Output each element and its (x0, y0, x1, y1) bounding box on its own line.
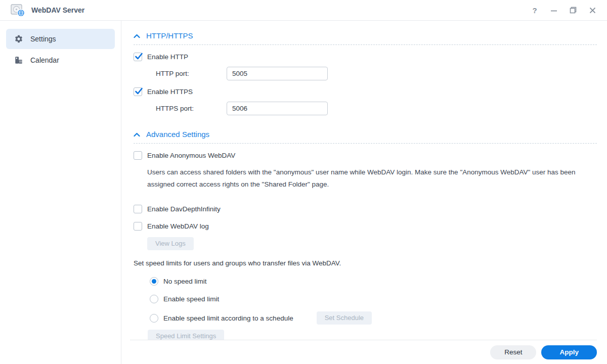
enable-https-row: Enable HTTPS (134, 86, 597, 97)
title-bar: WebDAV Server ? (0, 0, 607, 21)
enable-http-checkbox[interactable] (134, 53, 142, 61)
enable-davdepth-row: Enable DavDepthInfinity (134, 204, 597, 214)
sidebar-item-label: Calendar (30, 56, 59, 64)
no-speed-limit-radio[interactable] (150, 277, 158, 286)
speed-limit-schedule-label: Enable speed limit according to a schedu… (163, 314, 293, 322)
minimize-button[interactable] (549, 6, 558, 15)
http-port-row: HTTP port: (156, 67, 597, 80)
sidebar: Settings Calendar (0, 21, 121, 364)
speed-limit-settings-button[interactable]: Speed Limit Settings (148, 330, 224, 340)
enable-https-checkbox[interactable] (134, 87, 142, 96)
section-title: HTTP/HTTPS (146, 31, 193, 40)
close-icon (589, 7, 596, 14)
set-schedule-button[interactable]: Set Schedule (317, 311, 372, 325)
enable-anonymous-webdav-checkbox[interactable] (134, 151, 142, 160)
gear-icon (14, 34, 23, 43)
speed-limit-schedule-row: Enable speed limit according to a schedu… (150, 311, 597, 325)
https-port-input[interactable] (227, 102, 328, 115)
https-port-row: HTTPS port: (156, 102, 597, 115)
minimize-icon (550, 7, 557, 14)
chevron-up-icon (134, 130, 140, 139)
maximize-restore-button[interactable] (569, 6, 578, 15)
footer-bar: Reset Apply (130, 340, 597, 364)
window-controls: ? (530, 6, 597, 15)
https-port-label: HTTPS port: (156, 105, 227, 112)
enable-speed-limit-radio[interactable] (150, 295, 158, 303)
no-speed-limit-row: No speed limit (150, 276, 597, 286)
enable-anonymous-webdav-label: Enable Anonymous WebDAV (147, 152, 235, 159)
checkmark-icon (134, 86, 144, 96)
section-header-http-https[interactable]: HTTP/HTTPS (134, 30, 597, 41)
http-port-input[interactable] (227, 67, 328, 80)
enable-anonymous-row: Enable Anonymous WebDAV (134, 150, 597, 160)
webdav-server-window: WebDAV Server ? (0, 0, 607, 364)
enable-webdav-log-label: Enable WebDAV log (147, 222, 209, 230)
sidebar-item-settings[interactable]: Settings (6, 29, 115, 49)
enable-davdepthinfinity-checkbox[interactable] (134, 205, 142, 213)
no-speed-limit-label: No speed limit (163, 278, 207, 285)
section-title: Advanced Settings (146, 130, 209, 139)
enable-speed-limit-label: Enable speed limit (163, 295, 219, 303)
sidebar-item-calendar[interactable]: Calendar (6, 50, 115, 70)
enable-webdav-log-checkbox[interactable] (134, 222, 142, 231)
speed-limit-intro: Set speed limits for users and groups wh… (134, 259, 597, 267)
enable-davdepthinfinity-label: Enable DavDepthInfinity (147, 205, 221, 213)
calendar-icon (14, 56, 23, 65)
webdav-app-icon (10, 3, 25, 17)
checkmark-icon (134, 52, 144, 61)
section-divider (134, 44, 597, 45)
enable-speed-limit-row: Enable speed limit (150, 294, 597, 304)
enable-https-label: Enable HTTPS (147, 88, 193, 96)
section-divider (134, 143, 597, 144)
restore-icon (570, 7, 577, 14)
sidebar-item-label: Settings (30, 35, 56, 43)
main-panel: HTTP/HTTPS Enable HTTP HTTP port: (121, 21, 607, 364)
http-port-label: HTTP port: (156, 70, 227, 77)
chevron-up-icon (134, 31, 140, 40)
section-header-advanced-settings[interactable]: Advanced Settings (134, 128, 597, 140)
window-title: WebDAV Server (31, 6, 84, 14)
speed-limit-schedule-radio[interactable] (150, 314, 158, 323)
enable-webdav-log-row: Enable WebDAV log (134, 221, 597, 231)
apply-button[interactable]: Apply (541, 345, 597, 359)
reset-button[interactable]: Reset (490, 345, 536, 359)
settings-content: HTTP/HTTPS Enable HTTP HTTP port: (121, 21, 607, 340)
enable-http-label: Enable HTTP (147, 53, 188, 61)
help-button[interactable]: ? (530, 6, 539, 15)
view-logs-button[interactable]: View Logs (147, 237, 194, 250)
app-body: Settings Calendar (0, 21, 607, 364)
enable-http-row: Enable HTTP (134, 52, 597, 62)
anonymous-webdav-description: Users can access shared folders with the… (147, 166, 597, 191)
close-button[interactable] (588, 6, 597, 15)
